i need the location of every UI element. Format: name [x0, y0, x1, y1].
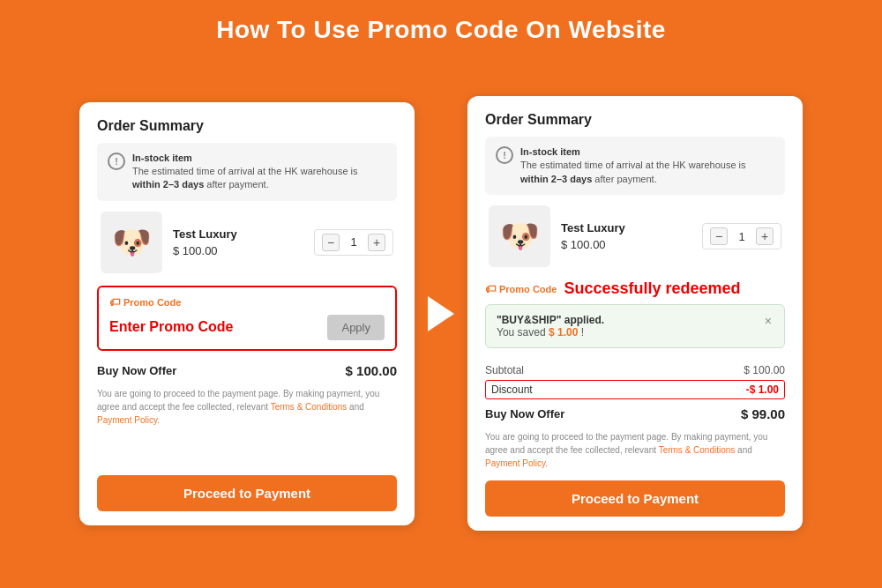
left-qty-minus[interactable]: − [322, 234, 340, 251]
right-qty-plus[interactable]: + [756, 227, 774, 245]
left-apply-button[interactable]: Apply [327, 315, 385, 340]
promo-applied-text: "BUY&SHIP" applied. [497, 314, 604, 326]
right-payment-link[interactable]: Payment Policy [485, 458, 545, 468]
right-product-image: 🐶 [489, 205, 550, 267]
left-terms-link[interactable]: Terms & Conditions [271, 402, 348, 412]
promo-saved-text: You saved $ 1.00 ! [497, 326, 604, 339]
right-product-info: Test Luxury $ 100.00 [561, 221, 691, 251]
left-info-box: ! In-stock item The estimated time of ar… [97, 143, 397, 201]
left-promo-input[interactable] [109, 319, 320, 335]
right-promo-label: 🏷 Promo Code [485, 283, 557, 295]
discount-row: Discount -$ 1.00 [485, 380, 785, 399]
right-panel: Order Summary ! In-stock item The estima… [467, 96, 803, 531]
right-qty-value: 1 [735, 230, 749, 243]
right-qty-control: − 1 + [702, 223, 781, 249]
left-promo-icon: 🏷 [109, 296, 120, 309]
left-section-title: Order Summary [97, 118, 397, 134]
right-terms-text: You are going to proceed to the payment … [485, 430, 785, 470]
left-promo-label: 🏷 Promo Code [109, 296, 385, 309]
right-qty-minus[interactable]: − [710, 227, 728, 245]
right-product-price: $ 100.00 [561, 238, 691, 251]
left-qty-plus[interactable]: + [368, 234, 385, 251]
right-product-name: Test Luxury [561, 221, 691, 234]
next-arrow-icon [428, 296, 454, 331]
left-panel: Order Summary ! In-stock item The estima… [79, 102, 415, 525]
discount-label: Discount [491, 383, 533, 396]
arrow-container [415, 296, 467, 331]
right-info-icon: ! [496, 146, 513, 164]
left-qty-control: − 1 + [314, 229, 393, 256]
right-section-title: Order Summary [485, 112, 785, 128]
left-product-info: Test Luxury $ 100.00 [173, 227, 303, 257]
right-terms-link[interactable]: Terms & Conditions [659, 445, 736, 455]
promo-close-button[interactable]: × [763, 314, 774, 328]
left-terms-text: You are going to proceed to the payment … [97, 387, 397, 427]
left-qty-value: 1 [347, 235, 361, 249]
right-proceed-button[interactable]: Proceed to Payment [485, 480, 785, 517]
subtotal-label: Subtotal [485, 364, 524, 376]
left-promo-section: 🏷 Promo Code Apply [97, 286, 397, 351]
left-product-image: 🐶 [101, 212, 162, 273]
discount-value: -$ 1.00 [746, 383, 779, 396]
right-promo-label-row: 🏷 Promo Code Successfully redeemed [485, 279, 785, 298]
left-buy-now-label: Buy Now Offer [97, 364, 176, 377]
right-buy-now-row: Buy Now Offer $ 99.00 [485, 406, 785, 421]
right-buy-now-price: $ 99.00 [741, 406, 785, 421]
left-buy-now-row: Buy Now Offer $ 100.00 [97, 363, 397, 378]
subtotal-value: $ 100.00 [744, 364, 785, 376]
left-proceed-button[interactable]: Proceed to Payment [97, 475, 397, 511]
left-buy-now-price: $ 100.00 [346, 363, 397, 378]
left-product-price: $ 100.00 [173, 244, 303, 257]
left-product-name: Test Luxury [173, 227, 303, 241]
subtotal-row: Subtotal $ 100.00 [485, 364, 785, 376]
success-label: Successfully redeemed [564, 279, 740, 298]
right-info-box: ! In-stock item The estimated time of ar… [485, 137, 785, 195]
left-info-text: In-stock item The estimated time of arri… [132, 152, 386, 192]
right-promo-section: 🏷 Promo Code Successfully redeemed "BUY&… [485, 279, 785, 357]
left-product-row: 🐶 Test Luxury $ 100.00 − 1 + [97, 212, 397, 273]
right-product-row: 🐶 Test Luxury $ 100.00 − 1 + [485, 205, 785, 267]
left-info-icon: ! [108, 153, 125, 170]
right-promo-icon: 🏷 [485, 283, 496, 295]
left-payment-link[interactable]: Payment Policy [97, 415, 157, 425]
promo-applied-box: "BUY&SHIP" applied. You saved $ 1.00 ! × [485, 304, 785, 348]
right-buy-now-label: Buy Now Offer [485, 407, 564, 421]
left-promo-input-row: Apply [109, 315, 385, 340]
right-info-text: In-stock item The estimated time of arri… [520, 145, 774, 186]
promo-applied-content: "BUY&SHIP" applied. You saved $ 1.00 ! [497, 314, 604, 339]
page-title: How To Use Promo Code On Website [207, 0, 675, 56]
panels-row: Order Summary ! In-stock item The estima… [0, 56, 882, 588]
